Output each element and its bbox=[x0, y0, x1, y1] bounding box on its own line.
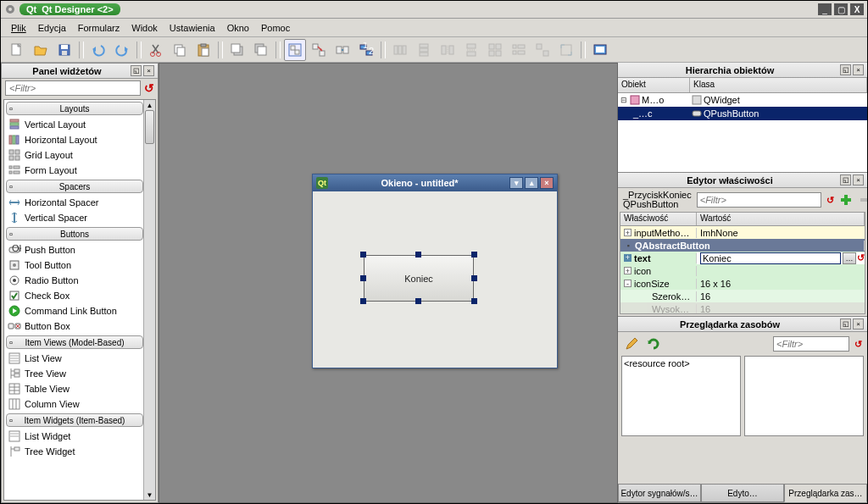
resource-preview[interactable] bbox=[744, 356, 864, 436]
widget-item[interactable]: Column View bbox=[4, 396, 155, 412]
category-header[interactable]: ▫Item Widgets (Item-Based) bbox=[6, 413, 143, 427]
layout-form-icon[interactable] bbox=[508, 39, 530, 61]
widget-item[interactable]: Tool Button bbox=[4, 258, 155, 273]
widget-item[interactable]: Check Box bbox=[4, 288, 155, 303]
resize-handle[interactable] bbox=[360, 252, 366, 258]
remove-property-icon[interactable] bbox=[858, 191, 867, 208]
menu-pomoc[interactable]: Pomoc bbox=[256, 21, 295, 35]
clear-filter-icon[interactable]: ↺ bbox=[826, 195, 834, 206]
property-value-input[interactable] bbox=[700, 252, 841, 264]
property-row[interactable]: Szerok…16 bbox=[620, 290, 865, 302]
collapse-icon[interactable]: ▫ bbox=[9, 181, 13, 191]
expand-icon[interactable]: ⊟ bbox=[620, 96, 628, 104]
new-file-icon[interactable] bbox=[6, 39, 28, 61]
edit-widgets-icon[interactable] bbox=[284, 39, 306, 61]
form-close-button[interactable]: × bbox=[540, 177, 554, 189]
reload-icon[interactable] bbox=[645, 335, 662, 352]
tab-action-editor[interactable]: Edyto… bbox=[701, 484, 784, 502]
resize-handle[interactable] bbox=[471, 275, 477, 281]
property-row[interactable]: +text…↺ bbox=[620, 252, 865, 264]
tree-row[interactable]: _…c QPushButton bbox=[618, 107, 867, 120]
category-header[interactable]: ▫Spacers bbox=[6, 180, 143, 193]
category-header[interactable]: ▫Item Views (Model-Based) bbox=[6, 335, 143, 349]
clear-filter-icon[interactable]: ↺ bbox=[144, 81, 154, 95]
widget-item[interactable]: Table View bbox=[4, 381, 155, 396]
menu-plik[interactable]: Plik bbox=[6, 21, 31, 35]
category-header[interactable]: ▫Buttons bbox=[6, 227, 143, 241]
widget-item[interactable]: Horizontal Layout bbox=[4, 132, 155, 147]
dock-close-button[interactable]: × bbox=[853, 174, 864, 186]
resize-handle[interactable] bbox=[415, 252, 421, 258]
resize-handle[interactable] bbox=[360, 275, 366, 281]
edit-resources-icon[interactable] bbox=[623, 335, 640, 352]
expand-icon[interactable]: + bbox=[624, 254, 632, 262]
design-canvas[interactable]: Qt Okieno - untitled* ▾ ▴ × Koniec bbox=[159, 63, 618, 503]
resource-tree[interactable]: <resource root> bbox=[621, 356, 741, 436]
dock-close-button[interactable]: × bbox=[143, 65, 154, 76]
category-header[interactable]: ▫Layouts bbox=[6, 102, 143, 115]
collapse-icon[interactable]: ▫ bbox=[9, 415, 13, 425]
column-header[interactable]: Obiekt bbox=[618, 78, 690, 92]
maximize-button[interactable]: ▢ bbox=[834, 3, 848, 15]
property-filter-input[interactable] bbox=[697, 192, 821, 208]
reset-icon[interactable]: ↺ bbox=[856, 252, 865, 263]
expand-icon[interactable]: + bbox=[624, 229, 632, 236]
resize-handle[interactable] bbox=[471, 252, 477, 258]
minimize-button[interactable]: _ bbox=[818, 3, 832, 15]
expand-icon[interactable]: + bbox=[624, 267, 632, 274]
widget-item[interactable]: Radio Button bbox=[4, 273, 155, 288]
widget-item[interactable]: Tree Widget bbox=[4, 444, 155, 459]
scroll-thumb[interactable] bbox=[145, 110, 154, 144]
more-button[interactable]: … bbox=[843, 252, 856, 264]
close-button[interactable]: X bbox=[850, 3, 864, 15]
widget-item[interactable]: List View bbox=[4, 351, 155, 366]
menu-ustawienia[interactable]: Ustawienia bbox=[164, 21, 220, 35]
dock-float-button[interactable]: ◱ bbox=[840, 318, 851, 330]
scroll-up-icon[interactable]: ▲ bbox=[144, 100, 155, 110]
layout-v-splitter-icon[interactable] bbox=[460, 39, 482, 61]
object-tree[interactable]: ⊟ M…o QWidget _…c bbox=[618, 93, 867, 172]
dock-close-button[interactable]: × bbox=[853, 318, 864, 330]
edit-tab-order-icon[interactable]: 12 bbox=[355, 39, 377, 61]
open-folder-icon[interactable] bbox=[30, 39, 52, 61]
collapse-icon[interactable]: ▫ bbox=[9, 103, 13, 114]
break-layout-icon[interactable] bbox=[531, 39, 554, 61]
property-row[interactable]: +icon bbox=[620, 264, 865, 277]
widget-item[interactable]: OKPush Button bbox=[4, 242, 155, 258]
send-to-back-icon[interactable] bbox=[226, 39, 248, 61]
menu-okno[interactable]: Okno bbox=[222, 21, 254, 35]
resize-handle[interactable] bbox=[415, 298, 421, 304]
paste-icon[interactable] bbox=[192, 39, 214, 61]
dock-float-button[interactable]: ◱ bbox=[131, 65, 142, 76]
edit-signals-icon[interactable] bbox=[308, 39, 330, 61]
collapse-icon[interactable]: ▫ bbox=[9, 337, 13, 347]
widget-item[interactable]: Horizontal Spacer bbox=[4, 195, 155, 210]
dock-float-button[interactable]: ◱ bbox=[840, 64, 851, 75]
redo-icon[interactable] bbox=[111, 39, 133, 61]
tab-resource-browser[interactable]: Przeglądarka zas… bbox=[784, 484, 867, 502]
push-button-koniec[interactable]: Koniec bbox=[364, 255, 474, 302]
expand-icon[interactable]: - bbox=[624, 280, 632, 287]
property-row[interactable]: Wysok…16 bbox=[620, 302, 865, 314]
column-header[interactable]: Klasa bbox=[690, 78, 867, 92]
layout-grid-icon[interactable] bbox=[484, 39, 506, 61]
widget-list[interactable]: ▫LayoutsVertical LayoutHorizontal Layout… bbox=[3, 99, 156, 501]
widget-item[interactable]: Grid Layout bbox=[4, 147, 155, 163]
dock-float-button[interactable]: ◱ bbox=[840, 174, 851, 186]
property-row[interactable]: ▪QAbstractButton bbox=[620, 239, 865, 252]
preview-icon[interactable] bbox=[589, 39, 611, 61]
form-body[interactable]: Koniec bbox=[313, 191, 557, 368]
layout-vertical-icon[interactable] bbox=[413, 39, 435, 61]
layout-horizontal-icon[interactable] bbox=[389, 39, 411, 61]
widget-item[interactable]: Form Layout bbox=[4, 163, 155, 178]
property-row[interactable]: -iconSize16 x 16 bbox=[620, 277, 865, 290]
save-icon[interactable] bbox=[53, 39, 75, 61]
property-row[interactable]: +inputMetho…ImhNone bbox=[620, 226, 865, 239]
layout-h-splitter-icon[interactable] bbox=[437, 39, 459, 61]
property-grid[interactable]: Właściwość Wartość +inputMetho…ImhNone▪Q… bbox=[620, 212, 865, 314]
clear-filter-icon[interactable]: ↺ bbox=[854, 339, 862, 350]
copy-icon[interactable] bbox=[169, 39, 191, 61]
tree-row[interactable]: ⊟ M…o QWidget bbox=[618, 93, 867, 107]
menu-formularz[interactable]: Formularz bbox=[73, 21, 125, 35]
form-titlebar[interactable]: Qt Okieno - untitled* ▾ ▴ × bbox=[313, 174, 557, 191]
